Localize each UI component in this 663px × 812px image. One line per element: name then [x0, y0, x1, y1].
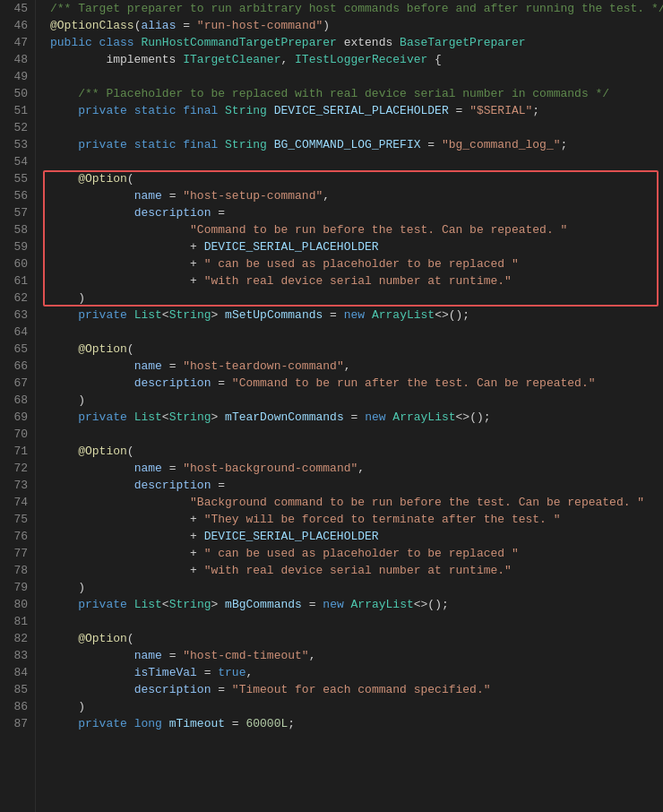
ln-54: 54	[7, 153, 28, 170]
code-line-82: @Option(	[50, 630, 663, 647]
ln-48: 48	[7, 51, 28, 68]
code-line-69: private List<String> mTearDownCommands =…	[50, 409, 663, 426]
code-line-75: + "They will be forced to terminate afte…	[50, 511, 663, 528]
ln-76: 76	[7, 528, 28, 545]
ln-83: 83	[7, 647, 28, 664]
ln-62: 62	[7, 289, 28, 307]
ln-60: 60	[7, 255, 28, 272]
ln-67: 67	[7, 375, 28, 392]
code-line-83: name = "host-cmd-timeout",	[50, 647, 663, 664]
code-line-70	[50, 426, 663, 443]
code-line-68: )	[50, 392, 663, 409]
code-line-78: + "with real device serial number at run…	[50, 562, 663, 579]
ln-49: 49	[7, 68, 28, 85]
code-line-60: + " can be used as placeholder to be rep…	[50, 255, 663, 272]
ln-84: 84	[7, 664, 28, 681]
code-line-62: )	[50, 289, 663, 307]
ln-73: 73	[7, 477, 28, 494]
ln-68: 68	[7, 392, 28, 409]
code-line-74: "Background command to be run before the…	[50, 494, 663, 511]
code-line-52	[50, 119, 663, 136]
code-line-71: @Option(	[50, 443, 663, 460]
code-line-72: name = "host-background-command",	[50, 460, 663, 477]
ln-80: 80	[7, 596, 28, 613]
code-line-50: /** Placeholder to be replaced with real…	[50, 85, 663, 102]
code-line-85: description = "Timeout for each command …	[50, 681, 663, 698]
ln-66: 66	[7, 358, 28, 375]
ln-52: 52	[7, 119, 28, 136]
ln-86: 86	[7, 698, 28, 715]
code-line-57: description =	[50, 204, 663, 221]
code-line-65: @Option(	[50, 341, 663, 358]
ln-50: 50	[7, 85, 28, 102]
code-editor: 45 46 47 48 49 50 51 52 53 54 55 56 57 5…	[0, 0, 663, 812]
code-line-56: name = "host-setup-command",	[50, 187, 663, 204]
ln-74: 74	[7, 494, 28, 511]
code-line-87: private long mTimeout = 60000L;	[50, 715, 663, 732]
ln-58: 58	[7, 221, 28, 238]
ln-82: 82	[7, 630, 28, 647]
ln-57: 57	[7, 204, 28, 221]
ln-65: 65	[7, 341, 28, 358]
ln-53: 53	[7, 136, 28, 153]
code-line-67: description = "Command to be run after t…	[50, 375, 663, 392]
code-line-79: )	[50, 579, 663, 596]
code-line-80: private List<String> mBgCommands = new A…	[50, 596, 663, 613]
code-line-53: private static final String BG_COMMAND_L…	[50, 136, 663, 153]
ln-56: 56	[7, 187, 28, 204]
ln-71: 71	[7, 443, 28, 460]
ln-46: 46	[7, 17, 28, 34]
code-line-76: + DEVICE_SERIAL_PLACEHOLDER	[50, 528, 663, 545]
code-line-47: public class RunHostCommandTargetPrepare…	[50, 34, 663, 51]
code-line-59: + DEVICE_SERIAL_PLACEHOLDER	[50, 238, 663, 255]
code-line-51: private static final String DEVICE_SERIA…	[50, 102, 663, 119]
code-line-63: private List<String> mSetUpCommands = ne…	[50, 307, 663, 324]
ln-51: 51	[7, 102, 28, 119]
code-line-54	[50, 153, 663, 170]
ln-87: 87	[7, 715, 28, 732]
code-line-81	[50, 613, 663, 630]
ln-55: 55	[7, 170, 28, 187]
ln-64: 64	[7, 324, 28, 341]
ln-63: 63	[7, 307, 28, 324]
code-line-86: )	[50, 698, 663, 715]
code-line-61: + "with real device serial number at run…	[50, 272, 663, 289]
ln-45: 45	[7, 0, 28, 17]
line-number-gutter: 45 46 47 48 49 50 51 52 53 54 55 56 57 5…	[0, 0, 36, 812]
ln-61: 61	[7, 272, 28, 289]
ln-79: 79	[7, 579, 28, 596]
code-line-77: + " can be used as placeholder to be rep…	[50, 545, 663, 562]
ln-69: 69	[7, 409, 28, 426]
code-line-66: name = "host-teardown-command",	[50, 358, 663, 375]
ln-81: 81	[7, 613, 28, 630]
code-line-84: isTimeVal = true,	[50, 664, 663, 681]
code-line-64	[50, 324, 663, 341]
code-line-48: implements ITargetCleaner, ITestLoggerRe…	[50, 51, 663, 68]
ln-59: 59	[7, 238, 28, 255]
ln-77: 77	[7, 545, 28, 562]
ln-85: 85	[7, 681, 28, 698]
code-line-55: @Option(	[50, 170, 663, 187]
code-content: /** Target preparer to run arbitrary hos…	[36, 0, 663, 812]
ln-72: 72	[7, 460, 28, 477]
code-line-49	[50, 68, 663, 85]
ln-75: 75	[7, 511, 28, 528]
code-line-58: "Command to be run before the test. Can …	[50, 221, 663, 238]
code-line-46: @OptionClass(alias = "run-host-command")	[50, 17, 663, 34]
code-line-73: description =	[50, 477, 663, 494]
code-line-45: /** Target preparer to run arbitrary hos…	[50, 0, 663, 17]
ln-78: 78	[7, 562, 28, 579]
ln-47: 47	[7, 34, 28, 51]
ln-70: 70	[7, 426, 28, 443]
